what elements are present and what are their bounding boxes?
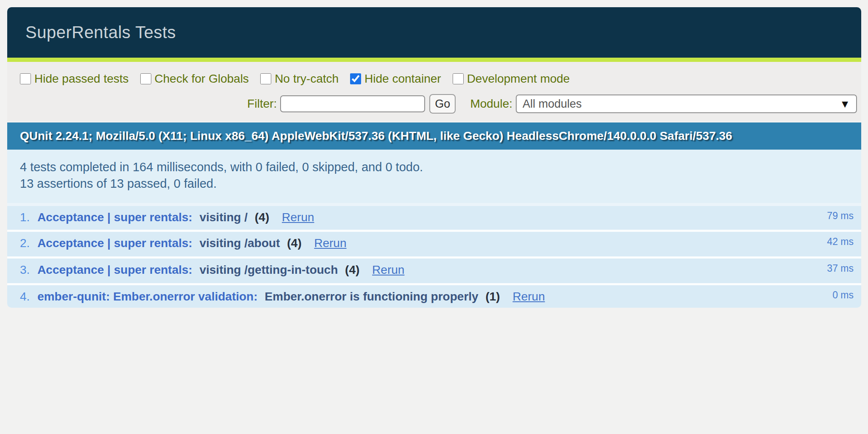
test-number: 3.: [20, 263, 30, 276]
qunit-page: SuperRentals Tests Hide passed tests Che…: [7, 7, 861, 308]
test-number: 1.: [20, 211, 30, 224]
assertion-counts: (4): [255, 211, 269, 224]
assertion-counts: (1): [485, 290, 500, 303]
assertion-counts: (4): [345, 263, 359, 276]
rerun-link[interactable]: Rerun: [282, 211, 314, 224]
user-agent-banner: QUnit 2.24.1; Mozilla/5.0 (X11; Linux x8…: [7, 122, 861, 150]
summary-line-2: 13 assertions of 13 passed, 0 failed.: [20, 175, 849, 192]
checkbox-label-no-try-catch: No try-catch: [275, 72, 339, 86]
checkbox-group-check-for-globals[interactable]: Check for Globals: [140, 72, 249, 86]
filter-label: Filter:: [247, 97, 277, 111]
header: SuperRentals Tests: [7, 7, 861, 58]
module-label: Module:: [470, 97, 512, 111]
page-title: SuperRentals Tests: [25, 23, 176, 42]
test-row[interactable]: 4. ember-qunit: Ember.onerror validation…: [7, 283, 861, 308]
test-runtime: 37 ms: [827, 263, 854, 274]
checkbox-no-try-catch[interactable]: [260, 73, 271, 84]
checkbox-development-mode[interactable]: [453, 73, 464, 84]
test-row[interactable]: 3. Acceptance | super rentals: visiting …: [7, 256, 861, 283]
checkbox-group-hide-passed-tests[interactable]: Hide passed tests: [20, 72, 129, 86]
filter-input[interactable]: [280, 95, 425, 112]
checkbox-group-no-try-catch[interactable]: No try-catch: [260, 72, 339, 86]
test-name: Ember.onerror is functioning properly: [265, 290, 479, 303]
test-list: 1. Acceptance | super rentals: visiting …: [7, 203, 861, 308]
test-runtime: 42 ms: [827, 236, 854, 248]
testrunner-toolbar: Hide passed tests Check for Globals No t…: [7, 62, 861, 121]
url-config-checkboxes: Hide passed tests Check for Globals No t…: [20, 72, 857, 86]
test-result-summary: 4 tests completed in 164 milliseconds, w…: [7, 150, 861, 203]
checkbox-label-hide-container: Hide container: [364, 72, 441, 86]
rerun-link[interactable]: Rerun: [314, 236, 346, 250]
checkbox-hide-passed-tests[interactable]: [20, 73, 31, 84]
test-name: visiting /getting-in-touch: [200, 263, 338, 276]
go-button[interactable]: Go: [429, 94, 456, 114]
assertion-counts: (4): [287, 236, 301, 250]
test-module-name: Acceptance | super rentals:: [37, 211, 192, 224]
test-number: 2.: [20, 236, 30, 250]
test-name: visiting /: [200, 211, 248, 224]
test-module-name: Acceptance | super rentals:: [37, 236, 192, 250]
test-number: 4.: [20, 290, 30, 303]
test-name: visiting /about: [200, 236, 280, 250]
checkbox-group-development-mode[interactable]: Development mode: [453, 72, 570, 86]
test-status-banner: [7, 58, 861, 62]
test-row[interactable]: 1. Acceptance | super rentals: visiting …: [7, 203, 861, 230]
checkbox-check-for-globals[interactable]: [140, 73, 151, 84]
checkbox-label-development-mode: Development mode: [467, 72, 570, 86]
checkbox-hide-container[interactable]: [350, 73, 361, 84]
checkbox-label-check-for-globals: Check for Globals: [155, 72, 249, 86]
chevron-down-icon: ▼: [840, 98, 850, 110]
test-runtime: 79 ms: [827, 210, 854, 222]
rerun-link[interactable]: Rerun: [372, 263, 404, 276]
filter-row: Filter: Go Module: All modules ▼: [20, 94, 857, 114]
module-select-value: All modules: [523, 97, 582, 111]
module-select[interactable]: All modules ▼: [516, 95, 857, 113]
checkbox-label-hide-passed-tests: Hide passed tests: [34, 72, 129, 86]
summary-line-1: 4 tests completed in 164 milliseconds, w…: [20, 159, 849, 175]
test-module-name: ember-qunit: Ember.onerror validation:: [37, 290, 258, 303]
test-module-name: Acceptance | super rentals:: [37, 263, 192, 276]
test-row[interactable]: 2. Acceptance | super rentals: visiting …: [7, 230, 861, 256]
test-runtime: 0 ms: [832, 289, 854, 301]
checkbox-group-hide-container[interactable]: Hide container: [350, 72, 441, 86]
rerun-link[interactable]: Rerun: [512, 290, 545, 303]
